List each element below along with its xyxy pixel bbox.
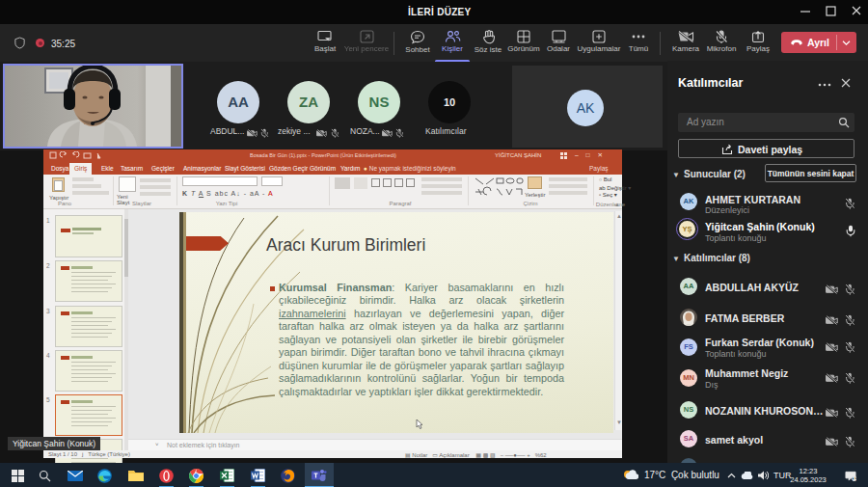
svg-text:1: 1 — [854, 476, 856, 481]
